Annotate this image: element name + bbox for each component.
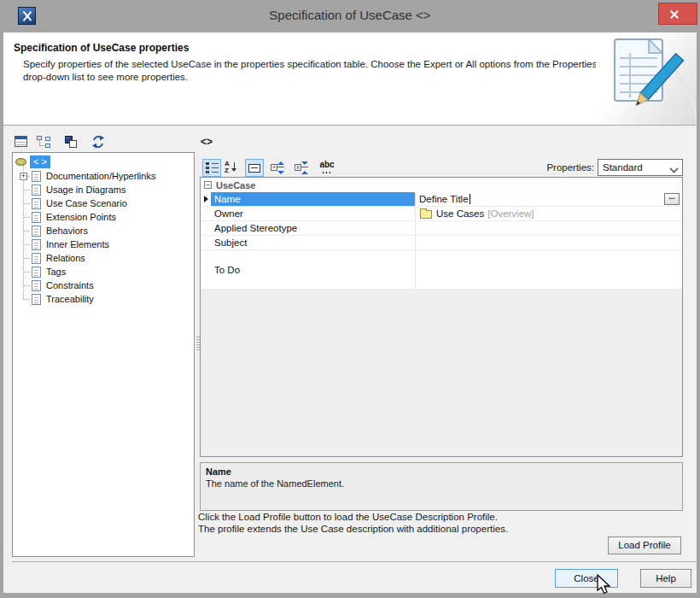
selected-element-label: <> [201,136,213,148]
row-marker-icon [204,196,208,202]
table-view-button[interactable] [12,133,31,151]
document-icon [32,239,41,250]
row-marker [201,207,211,220]
refresh-button[interactable] [90,133,108,151]
tree-item-label: Behaviors [46,226,88,236]
titlebar[interactable]: Specification of UseCase <> [0,0,700,32]
tree-item-label: Inner Elements [46,239,109,249]
refresh-icon [91,135,105,149]
document-icon [32,267,41,278]
property-row-subject[interactable]: Subject [201,236,682,250]
window-title: Specification of UseCase <> [0,0,700,32]
mouse-cursor [594,574,611,596]
property-group-label: UseCase [216,180,255,191]
show-description-icon [248,164,260,173]
window-close-button[interactable] [658,3,697,25]
tree-item-constraints[interactable]: Constraints [13,278,194,292]
tree-root-item[interactable]: < > [15,155,50,168]
collapse-group-icon[interactable]: − [204,181,212,189]
expand-nodes-icon: + [271,161,286,174]
property-label[interactable]: Applied Stereotype [211,221,415,235]
tree-item-label: Relations [46,253,85,263]
tree-item-usage-in-diagrams[interactable]: Usage in Diagrams [13,183,194,196]
property-label[interactable]: Subject [211,236,415,249]
property-value-applied-stereotype[interactable] [415,221,682,235]
footer-separator [12,561,697,562]
document-icon [32,280,41,291]
tree-item-label: Usage in Diagrams [46,185,126,195]
row-marker [201,221,211,235]
open-editor-button[interactable]: ... [664,193,680,205]
document-icon [32,253,41,264]
text-caret [470,194,470,204]
tree-item-label: Use Case Scenario [46,198,127,208]
help-button[interactable]: Help [640,569,691,588]
tree-item-label: Extension Points [46,212,116,222]
properties-mode-select[interactable]: Standard [598,159,683,176]
property-label[interactable]: Name [211,192,415,206]
document-icon [32,198,41,209]
property-label[interactable]: To Do [211,250,415,289]
load-profile-hint-line1: Click the Load Profile button to load th… [198,512,498,522]
property-row-applied-stereotype[interactable]: Applied Stereotype [201,221,682,236]
properties-table: − UseCase Name Define Title ... Owner Us… [200,177,683,457]
alphabetical-sort-button[interactable]: AZ [223,159,242,177]
row-marker [201,192,211,206]
table-view-icon [15,136,27,147]
expand-nodes-button[interactable]: + [269,159,288,177]
show-description-button[interactable] [245,159,264,177]
dialog-header: Specification of UseCase properties Spec… [3,32,697,126]
name-value-text[interactable]: Define Title [419,194,469,204]
tree-item-tags[interactable]: Tags [13,265,194,278]
tree-item-label: Traceability [46,294,94,304]
tree-item-label: Constraints [46,280,94,290]
header-description-line2: drop-down list to see more properties. [23,72,188,82]
expand-icon[interactable]: + [20,173,27,180]
alphabetical-sort-icon: AZ [225,161,238,173]
categorized-view-button[interactable] [202,159,221,177]
row-marker [201,236,211,249]
tree-root-label: < > [30,155,50,168]
property-group-header[interactable]: − UseCase [201,178,682,192]
folder-icon [420,210,432,219]
tree-view-icon [37,136,50,148]
property-description-panel: Name The name of the NamedElement. [200,462,683,511]
tree-item-documentation[interactable]: + Documentation/Hyperlinks [13,169,194,183]
property-value-subject[interactable] [415,236,682,249]
tree-item-label: Tags [46,267,66,277]
property-value-to-do[interactable] [415,250,682,289]
specification-dialog: Specification of UseCase <> Specificatio… [0,0,700,598]
property-description-text: The name of the NamedElement. [206,478,677,489]
load-profile-hint-line2: The profile extends the Use Case descrip… [198,524,508,534]
document-icon [32,185,41,196]
tree-item-relations[interactable]: Relations [13,251,194,265]
document-icon [32,226,41,237]
show-full-values-button[interactable]: abc... [317,159,337,177]
owner-value-suffix: [Overview] [487,208,534,219]
header-artwork [596,32,697,125]
categorized-view-icon [206,162,219,173]
usecase-oval-icon [15,158,26,166]
tree-item-use-case-scenario[interactable]: Use Case Scenario [13,196,194,210]
property-row-name[interactable]: Name Define Title ... [201,192,682,207]
tree-item-inner-elements[interactable]: Inner Elements [13,237,194,251]
load-profile-button[interactable]: Load Profile [608,536,681,554]
tree-view-button[interactable] [34,133,53,151]
property-value-owner[interactable]: Use Cases [Overview] [415,207,682,220]
property-value-name[interactable]: Define Title ... [415,192,682,206]
dialog-content: Specification of UseCase properties Spec… [3,32,697,593]
document-icon [32,171,41,182]
specification-tree[interactable]: < > + Documentation/Hyperlinks Usage in … [12,152,195,557]
tree-item-traceability[interactable]: Traceability [13,292,194,306]
tree-item-behaviors[interactable]: Behaviors [13,224,194,237]
property-label[interactable]: Owner [211,207,415,220]
tree-item-extension-points[interactable]: Extension Points [13,210,194,224]
document-icon [32,294,41,305]
tree-item-label: Documentation/Hyperlinks [46,171,155,181]
properties-label: Properties: [481,162,594,173]
property-row-owner[interactable]: Owner Use Cases [Overview] [201,207,682,221]
property-row-to-do[interactable]: To Do [201,250,682,290]
collapse-nodes-button[interactable]: x [293,159,312,177]
clone-window-button[interactable] [62,133,81,151]
row-marker [201,250,211,289]
